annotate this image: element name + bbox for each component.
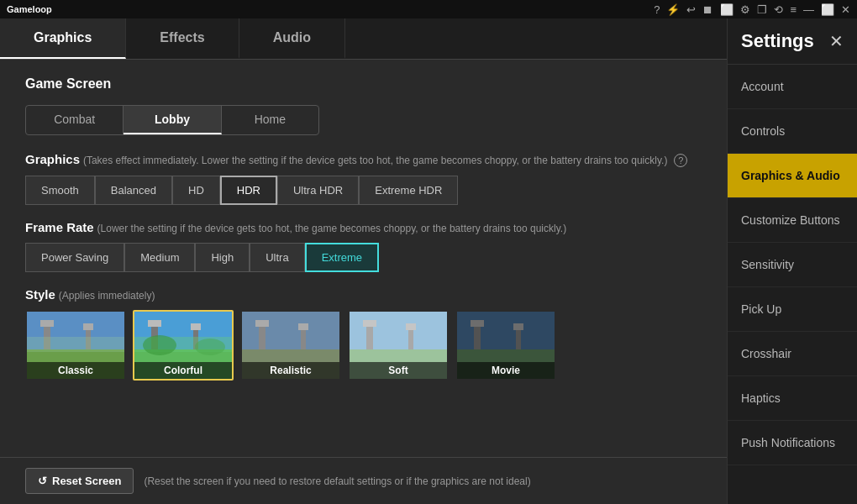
resize-icon[interactable]: ⬜ [720, 3, 733, 16]
style-colorful-label: Colorful [134, 362, 232, 379]
app-logo: Gameloop [7, 4, 52, 14]
close-window-icon[interactable]: ✕ [841, 3, 850, 16]
sidebar-items: Account Controls Graphics & Audio Custom… [728, 65, 857, 504]
copy-icon[interactable]: ❐ [757, 3, 767, 16]
graphics-ultra-hdr[interactable]: Ultra HDR [277, 176, 359, 205]
reset-label: Reset Screen [52, 475, 121, 487]
fr-extreme[interactable]: Extreme [305, 243, 379, 272]
svg-rect-20 [301, 328, 306, 349]
reset-screen-button[interactable]: ↺ Reset Screen [25, 468, 134, 494]
sub-tab-lobby[interactable]: Lobby [124, 106, 221, 134]
sub-tab-home[interactable]: Home [222, 106, 318, 134]
style-classic[interactable]: Classic [25, 310, 126, 381]
top-bar: Gameloop ? ⚡ ↩ ⏹ ⬜ ⚙ ❐ ⟲ ≡ — ⬜ ✕ [0, 0, 857, 18]
svg-rect-3 [40, 320, 54, 327]
main-tabs: Graphics Effects Audio [0, 18, 727, 60]
svg-rect-6 [27, 337, 126, 352]
tab-effects[interactable]: Effects [126, 18, 239, 59]
style-note: (Applies immediately) [59, 290, 155, 302]
sidebar-header: Settings ✕ [728, 18, 857, 65]
graphics-options: Smooth Balanced HD HDR Ultra HDR Extreme… [25, 176, 702, 205]
fr-power-saving[interactable]: Power Saving [25, 243, 124, 272]
gear-icon[interactable]: ⚙ [740, 3, 750, 16]
sidebar-item-customize-buttons[interactable]: Customize Buttons [728, 198, 857, 243]
main-container: Graphics Effects Audio Game Screen Comba… [0, 18, 857, 504]
svg-rect-5 [83, 323, 93, 330]
maximize-icon[interactable]: ⬜ [821, 3, 834, 16]
sidebar-item-pick-up[interactable]: Pick Up [728, 287, 857, 332]
refresh-icon[interactable]: ⟲ [774, 3, 783, 16]
framerate-options: Power Saving Medium High Ultra Extreme [25, 243, 702, 272]
style-realistic-label: Realistic [242, 362, 339, 379]
sidebar-item-graphics-audio[interactable]: Graphics & Audio [728, 154, 857, 198]
top-bar-icons: ? ⚡ ↩ ⏹ ⬜ ⚙ ❐ ⟲ ≡ — ⬜ ✕ [654, 3, 850, 16]
sidebar-item-sensitivity[interactable]: Sensitivity [728, 243, 857, 287]
graphics-label: Graphics (Takes effect immediately. Lowe… [25, 152, 702, 167]
style-label: Style (Applies immediately) [25, 287, 702, 302]
sub-tabs: Combat Lobby Home [25, 105, 319, 135]
svg-rect-10 [148, 320, 161, 327]
reset-icon: ↺ [38, 475, 47, 487]
graphics-smooth[interactable]: Smooth [25, 176, 95, 205]
style-movie-label: Movie [457, 362, 555, 379]
sub-tab-combat[interactable]: Combat [26, 106, 124, 134]
style-colorful[interactable]: Colorful [133, 310, 234, 381]
svg-point-14 [143, 335, 176, 355]
style-movie[interactable]: Movie [455, 310, 556, 381]
svg-rect-21 [298, 323, 308, 330]
game-screen-title: Game Screen [25, 76, 702, 92]
flash-icon[interactable]: ⚡ [666, 3, 680, 16]
sidebar-item-account[interactable]: Account [728, 65, 857, 109]
menu-icon[interactable]: ≡ [790, 3, 797, 16]
tab-graphics[interactable]: Graphics [0, 18, 126, 59]
style-soft-label: Soft [350, 362, 447, 379]
reset-note: (Reset the screen if you need to restore… [144, 475, 530, 487]
sidebar-title: Settings [741, 30, 814, 52]
svg-rect-19 [255, 320, 269, 327]
graphics-extreme-hdr[interactable]: Extreme HDR [359, 176, 458, 205]
fr-high[interactable]: High [195, 243, 250, 272]
style-cards: Classic [25, 310, 702, 381]
svg-rect-12 [191, 323, 201, 330]
fr-ultra[interactable]: Ultra [250, 243, 304, 272]
sidebar-item-haptics[interactable]: Haptics [728, 376, 857, 421]
svg-rect-18 [259, 324, 266, 349]
settings-body: Game Screen Combat Lobby Home Graphics (… [0, 60, 727, 457]
style-soft[interactable]: Soft [348, 310, 449, 381]
fr-medium[interactable]: Medium [124, 243, 195, 272]
sidebar-item-push-notifications[interactable]: Push Notifications [728, 421, 857, 465]
minimize-icon[interactable]: — [803, 3, 814, 16]
reset-bar: ↺ Reset Screen (Reset the screen if you … [0, 457, 727, 504]
sidebar: Settings ✕ Account Controls Graphics & A… [727, 18, 857, 504]
graphics-help-icon[interactable]: ? [674, 154, 687, 167]
content-area: Graphics Effects Audio Game Screen Comba… [0, 18, 727, 504]
sidebar-item-crosshair[interactable]: Crosshair [728, 332, 857, 376]
graphics-note: (Takes effect immediately. Lower the set… [83, 155, 667, 166]
framerate-note: (Lower the setting if the device gets to… [97, 223, 567, 234]
graphics-balanced[interactable]: Balanced [95, 176, 172, 205]
tab-audio[interactable]: Audio [239, 18, 345, 59]
framerate-label: Frame Rate (Lower the setting if the dev… [25, 220, 702, 234]
style-realistic[interactable]: Realistic [240, 310, 341, 381]
help-icon[interactable]: ? [654, 3, 660, 16]
sidebar-item-controls[interactable]: Controls [728, 109, 857, 154]
stop-icon[interactable]: ⏹ [702, 3, 713, 16]
undo-icon[interactable]: ↩ [686, 3, 696, 16]
close-button[interactable]: ✕ [829, 31, 844, 51]
style-classic-label: Classic [27, 362, 124, 379]
svg-point-15 [195, 339, 225, 355]
graphics-hd[interactable]: HD [172, 176, 220, 205]
graphics-hdr[interactable]: HDR [220, 176, 277, 205]
